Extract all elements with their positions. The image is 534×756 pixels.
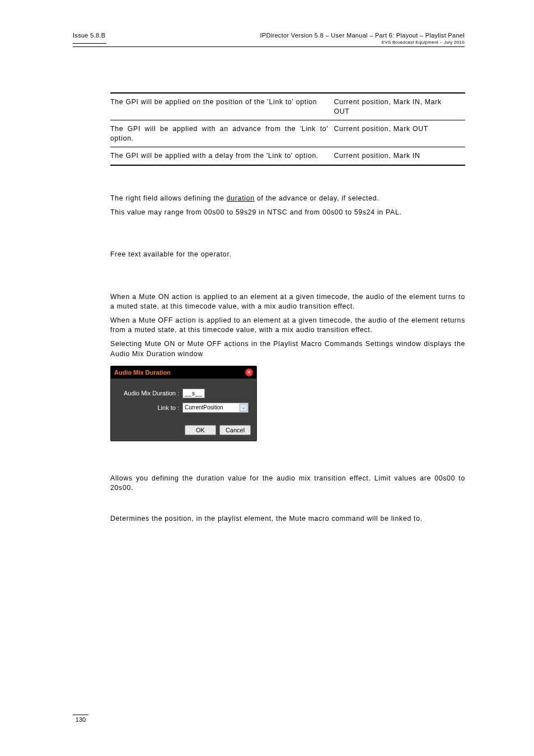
table-cell: The GPI will be applied with a delay fro… (110, 147, 334, 165)
audio-mix-duration-label: Audio Mix Duration : (116, 390, 182, 396)
page-number: 130 (73, 715, 88, 723)
paragraph-mute-off: When a Mute OFF action is applied to an … (110, 316, 465, 335)
audio-mix-duration-input[interactable]: __s__ (182, 389, 205, 398)
chevron-down-icon[interactable]: ⌄ (240, 404, 247, 412)
paragraph-mute-on: When a Mute ON action is applied to an e… (110, 292, 465, 311)
link-to-select[interactable]: CurrentPosition ⌄ (182, 403, 249, 413)
header-title: IPDirector Version 5.8 – User Manual – P… (260, 32, 465, 39)
paragraph-selecting: Selecting Mute ON or Mute OFF actions in… (110, 339, 465, 358)
table-row: The GPI will be applied with a delay fro… (110, 147, 465, 165)
select-value: CurrentPosition (185, 404, 223, 410)
table-row: The GPI will be applied with an advance … (110, 120, 465, 147)
paragraph-determines: Determines the position, in the playlist… (110, 514, 465, 524)
dialog-title: Audio Mix Duration (114, 369, 171, 376)
header-rule (73, 46, 465, 47)
table-row: The GPI will be applied on the position … (110, 93, 465, 120)
ok-button[interactable]: OK (185, 425, 216, 435)
table-cell: The GPI will be applied on the position … (110, 93, 334, 120)
table-cell: Current position, Mark IN (334, 147, 465, 165)
text: The right field allows defining the (110, 194, 227, 202)
audio-mix-dialog: Audio Mix Duration ✕ Audio Mix Duration … (110, 366, 257, 441)
paragraph-range: This value may range from 00s00 to 59s29… (110, 208, 465, 217)
paragraph-allows: Allows you defining the duration value f… (110, 474, 465, 493)
paragraph-duration: The right field allows defining the dura… (110, 194, 465, 203)
header-subtitle: EVS Broadcast Equipment – July 2010 (260, 40, 465, 45)
paragraph-freetext: Free text available for the operator. (110, 250, 465, 259)
text-underline: duration (227, 194, 255, 202)
text: of the advance or delay, if selected. (255, 194, 380, 202)
header-rule-left (73, 43, 106, 44)
cancel-button[interactable]: Cancel (219, 425, 251, 435)
close-icon[interactable]: ✕ (245, 368, 253, 376)
gpi-table: The GPI will be applied on the position … (110, 92, 465, 166)
link-to-label: Link to : (116, 404, 182, 411)
table-cell: The GPI will be applied with an advance … (110, 120, 334, 147)
table-cell: Current position, Mark OUT (334, 120, 465, 147)
header-issue: Issue 5.8.B (73, 32, 105, 39)
table-cell: Current position, Mark IN, Mark OUT (334, 93, 465, 120)
